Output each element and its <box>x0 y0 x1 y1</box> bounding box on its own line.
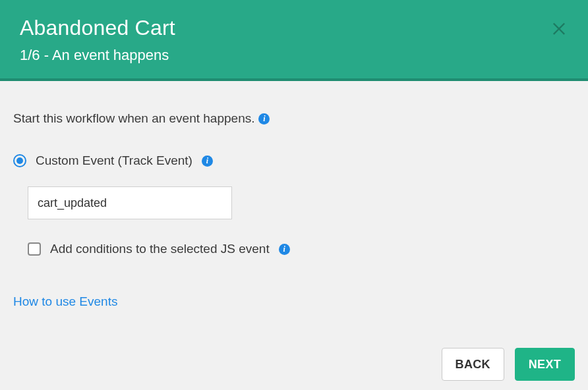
modal-subtitle: 1/6 - An event happens <box>20 47 568 64</box>
add-conditions-label: Add conditions to the selected JS event <box>50 242 270 256</box>
modal-body: Start this workflow when an event happen… <box>0 81 588 390</box>
modal-header: Abandoned Cart 1/6 - An event happens <box>0 0 588 81</box>
next-button[interactable]: NEXT <box>515 348 575 381</box>
info-icon[interactable]: i <box>258 113 270 125</box>
how-to-use-events-link[interactable]: How to use Events <box>13 294 117 309</box>
add-conditions-checkbox[interactable] <box>28 242 41 256</box>
back-button[interactable]: BACK <box>442 348 504 381</box>
info-icon[interactable]: i <box>202 155 213 167</box>
modal-title: Abandoned Cart <box>20 16 568 40</box>
custom-event-radio[interactable] <box>13 154 26 167</box>
workflow-step-modal: Abandoned Cart 1/6 - An event happens St… <box>0 0 588 390</box>
event-name-input[interactable] <box>28 186 232 219</box>
info-icon[interactable]: i <box>279 244 290 255</box>
custom-event-label: Custom Event (Track Event) <box>36 153 192 168</box>
conditions-row: Add conditions to the selected JS event … <box>28 242 575 256</box>
close-icon[interactable] <box>550 18 568 37</box>
modal-footer: BACK NEXT <box>442 348 575 381</box>
intro-row: Start this workflow when an event happen… <box>13 111 575 126</box>
intro-text: Start this workflow when an event happen… <box>13 111 254 126</box>
custom-event-option: Custom Event (Track Event) i <box>13 153 575 168</box>
